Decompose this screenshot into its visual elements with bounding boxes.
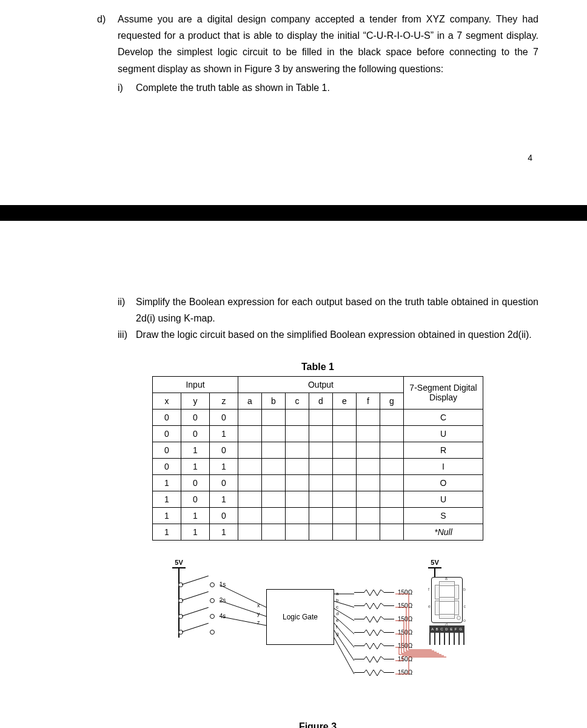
cell-output-blank: [357, 491, 380, 507]
cell-output-blank: [286, 425, 309, 442]
th-x: x: [153, 393, 181, 409]
logic-out-d: d: [336, 610, 338, 617]
truth-table: Input Output 7-Segment Digital Display x…: [152, 376, 483, 541]
cell-output-blank: [380, 425, 404, 442]
cell-input: 1: [153, 491, 181, 507]
cell-output-blank: [333, 442, 357, 458]
question-d-ii: ii) Simplify the Boolean expression for …: [118, 294, 538, 326]
logic-gate-label: Logic Gate: [283, 613, 318, 621]
switch-1-icon: [178, 581, 215, 589]
vcc-left-label: 5V: [172, 559, 186, 566]
cell-display: U: [404, 491, 483, 507]
wire-icon: [384, 672, 394, 673]
cell-output-blank: [357, 524, 380, 540]
resistor-label: 150Ω: [398, 589, 412, 596]
seven-segment-module: a b c d e f o A B C D E F G: [421, 577, 473, 656]
table-caption: Table 1: [97, 362, 538, 372]
table-row: 111*Null: [153, 524, 483, 540]
cell-output-blank: [309, 458, 333, 474]
cell-input: 0: [210, 442, 238, 458]
cell-input: 1: [210, 524, 238, 540]
page-2: ii) Simplify the Boolean expression for …: [0, 221, 587, 728]
cell-output-blank: [286, 474, 309, 491]
switch-2: 2s: [166, 593, 230, 608]
cell-output-blank: [262, 474, 286, 491]
table-row: 011I: [153, 458, 483, 474]
th-a: a: [238, 393, 262, 409]
cell-output-blank: [333, 474, 357, 491]
cell-output-blank: [238, 474, 262, 491]
seven-segment-icon: a b c d e f o: [431, 577, 463, 623]
cell-output-blank: [262, 524, 286, 540]
cell-input: 1: [181, 507, 210, 524]
figure-caption: Figure 3: [97, 721, 538, 728]
resistor-label: 150Ω: [398, 656, 412, 662]
th-b: b: [262, 393, 286, 409]
cell-input: 1: [181, 458, 210, 474]
seg-label-a: a: [445, 576, 448, 581]
cell-input: 1: [181, 524, 210, 540]
resistor-row: 150Ω: [354, 626, 412, 639]
logic-out-f: f: [336, 624, 338, 630]
wire-icon: [384, 592, 394, 593]
resistor-row: 150Ω: [354, 639, 412, 653]
switch-1: 1s: [166, 577, 230, 593]
logic-gate-box: Logic Gate: [266, 589, 334, 645]
wire-icon: [384, 632, 394, 633]
resistor-row: 150Ω: [354, 666, 412, 679]
cell-output-blank: [333, 491, 357, 507]
cell-input: 0: [181, 491, 210, 507]
switch-1-label: 1s: [215, 581, 230, 588]
cell-display: *Null: [404, 524, 483, 540]
th-e: e: [333, 393, 357, 409]
logic-out-labels: a b c d e f g: [336, 590, 338, 637]
cell-output-blank: [238, 507, 262, 524]
cell-output-blank: [380, 491, 404, 507]
logic-out-b: b: [336, 597, 338, 604]
seg-label-b: b: [463, 587, 466, 592]
wire-icon: [354, 645, 364, 646]
switch-2-label: 2s: [215, 597, 230, 604]
cell-output-blank: [380, 409, 404, 425]
resistor-icon: [364, 630, 384, 636]
cell-output-blank: [357, 458, 380, 474]
page-1: d) Assume you are a digital design compa…: [0, 0, 587, 205]
cell-output-blank: [309, 409, 333, 425]
wire-icon: [354, 632, 364, 633]
resistor-icon: [364, 616, 384, 622]
cell-input: 0: [153, 425, 181, 442]
cell-output-blank: [262, 425, 286, 442]
wire-icon: [384, 619, 394, 619]
seg-label-e: e: [428, 604, 431, 608]
seg-label-c: c: [464, 604, 466, 608]
resistor-row: 150Ω: [354, 599, 412, 613]
th-g: g: [380, 393, 404, 409]
question-d: d) Assume you are a digital design compa…: [97, 11, 538, 96]
logic-in-y: y: [257, 610, 260, 618]
question-d-iii: iii) Draw the logic circuit based on the…: [118, 326, 538, 343]
cell-input: 0: [210, 507, 238, 524]
cell-display: U: [404, 425, 483, 442]
resistor-label: 150Ω: [398, 642, 412, 649]
page-number: 4: [528, 153, 532, 163]
question-d-ii-marker: ii): [118, 294, 136, 326]
wire-icon: [384, 605, 394, 606]
logic-in-z: z: [257, 618, 260, 627]
resistor-label: 150Ω: [398, 629, 412, 636]
table-row: 101U: [153, 491, 483, 507]
cell-input: 1: [153, 524, 181, 540]
cell-display: O: [404, 474, 483, 491]
cell-display: I: [404, 458, 483, 474]
resistor-row: 150Ω: [354, 586, 412, 599]
resistor-column: 150Ω150Ω150Ω150Ω150Ω150Ω150Ω: [354, 586, 412, 679]
question-d-text: Assume you are a digital design company …: [118, 14, 538, 74]
question-d-iii-marker: iii): [118, 326, 136, 343]
cell-output-blank: [333, 409, 357, 425]
cell-input: 0: [153, 442, 181, 458]
cell-output-blank: [309, 474, 333, 491]
vcc-right-label: 5V: [428, 559, 441, 566]
resistor-label: 150Ω: [398, 669, 412, 676]
cell-output-blank: [286, 458, 309, 474]
seg-label-f: f: [428, 587, 429, 592]
table-row: 010R: [153, 442, 483, 458]
